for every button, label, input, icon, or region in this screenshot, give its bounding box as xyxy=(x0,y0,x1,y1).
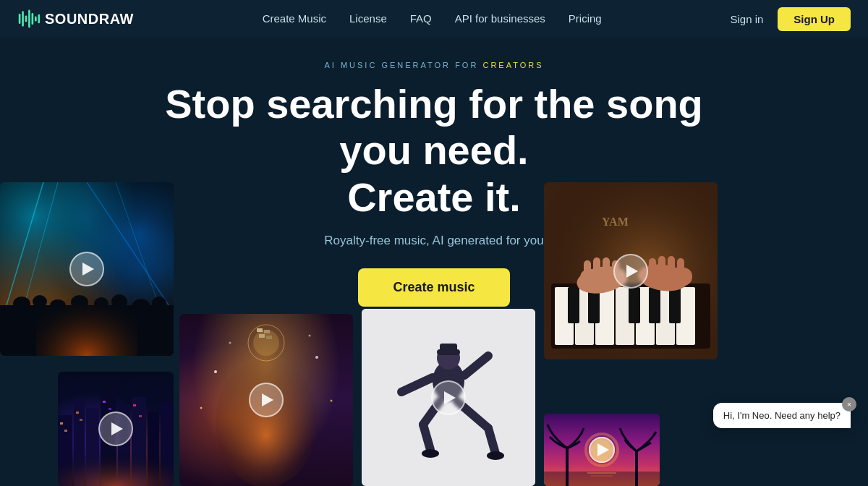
svg-rect-100 xyxy=(544,472,660,486)
sign-in-link[interactable]: Sign in xyxy=(730,13,763,25)
svg-rect-38 xyxy=(139,415,142,417)
hero-tagline: AI MUSIC GENERATOR FOR CREATORS xyxy=(0,61,868,69)
svg-point-46 xyxy=(216,357,317,486)
logo-icon xyxy=(17,7,41,30)
nav-license[interactable]: License xyxy=(349,12,387,25)
logo-text: SOUNDRAW xyxy=(45,11,134,27)
disco-card xyxy=(179,314,353,486)
disco-play-button[interactable] xyxy=(249,383,284,417)
nav-api[interactable]: API for businesses xyxy=(455,12,545,25)
svg-rect-34 xyxy=(80,419,82,421)
tagline-ai: AI MUSIC xyxy=(324,61,377,69)
dancer-card xyxy=(362,309,535,486)
city-card xyxy=(58,372,174,486)
city-play-button[interactable] xyxy=(98,412,133,446)
hero-title-line2: Create it. xyxy=(347,174,521,220)
svg-point-51 xyxy=(229,342,231,344)
svg-rect-33 xyxy=(76,412,79,414)
navbar: SOUNDRAW Create Music License FAQ API fo… xyxy=(0,0,868,38)
hero-content: AI MUSIC GENERATOR FOR CREATORS Stop sea… xyxy=(0,38,868,315)
hero-section: AI MUSIC GENERATOR FOR CREATORS Stop sea… xyxy=(0,38,868,315)
nav-auth: Sign in Sign Up xyxy=(730,7,851,31)
svg-point-65 xyxy=(487,451,504,460)
logo[interactable]: SOUNDRAW xyxy=(17,7,134,30)
chat-text: Hi, I'm Neo. Need any help? xyxy=(723,410,841,421)
svg-point-64 xyxy=(422,449,439,458)
svg-point-41 xyxy=(253,330,279,356)
svg-rect-42 xyxy=(257,328,263,332)
nav-links: Create Music License FAQ API for busines… xyxy=(263,12,602,25)
svg-point-52 xyxy=(309,335,311,337)
svg-rect-32 xyxy=(64,430,67,432)
svg-rect-0 xyxy=(19,14,21,24)
sunset-card xyxy=(544,414,660,486)
svg-rect-39 xyxy=(58,444,174,486)
tagline-creators: CREATORS xyxy=(482,61,543,69)
tagline-for: FOR xyxy=(455,61,478,69)
svg-rect-1 xyxy=(22,11,24,26)
hero-title: Stop searching for the song you need. Cr… xyxy=(145,81,723,221)
chat-bubble: × Hi, I'm Neo. Need any help? xyxy=(713,403,851,428)
svg-point-47 xyxy=(214,370,217,373)
svg-rect-5 xyxy=(35,16,37,21)
svg-rect-35 xyxy=(103,401,106,403)
svg-rect-45 xyxy=(266,336,272,339)
svg-rect-2 xyxy=(25,16,27,22)
hero-title-line1: Stop searching for the song you need. xyxy=(165,81,703,173)
chat-close-button[interactable]: × xyxy=(842,397,856,412)
svg-point-50 xyxy=(331,400,333,402)
svg-rect-44 xyxy=(259,334,265,338)
sunset-play-button[interactable] xyxy=(589,437,615,463)
sign-up-button[interactable]: Sign Up xyxy=(778,7,851,31)
svg-rect-37 xyxy=(133,404,136,406)
svg-point-48 xyxy=(315,356,318,359)
svg-rect-36 xyxy=(109,408,111,410)
tagline-generator: GENERATOR xyxy=(381,61,451,69)
nav-faq[interactable]: FAQ xyxy=(410,12,432,25)
svg-rect-31 xyxy=(60,422,63,425)
hero-subtitle: Royalty-free music, AI generated for you xyxy=(0,234,868,248)
create-music-button[interactable]: Create music xyxy=(358,268,509,307)
svg-rect-4 xyxy=(32,13,34,25)
svg-rect-3 xyxy=(28,10,30,28)
dancer-play-button[interactable] xyxy=(431,380,466,415)
svg-point-49 xyxy=(200,407,203,409)
svg-rect-6 xyxy=(38,14,40,23)
svg-rect-57 xyxy=(440,344,457,351)
nav-create-music[interactable]: Create Music xyxy=(263,12,326,25)
nav-pricing[interactable]: Pricing xyxy=(569,12,602,25)
svg-rect-43 xyxy=(264,330,270,333)
